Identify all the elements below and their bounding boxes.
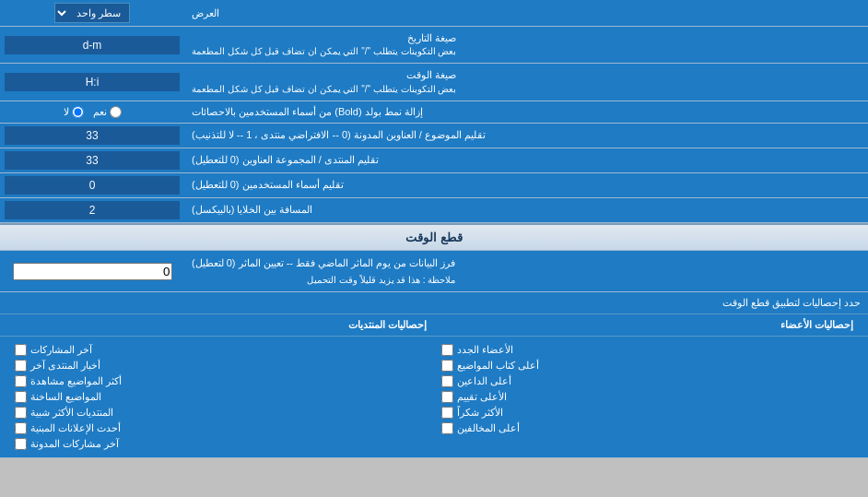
cb-new-members: الأعضاء الجدد <box>441 342 853 358</box>
date-format-label: صيغة التاريخ بعض التكوينات يتطلب "/" الت… <box>184 27 868 63</box>
cut-time-label: فرز البيانات من يوم الماثر الماضي فقط --… <box>184 251 868 292</box>
cb-last-posts-input[interactable] <box>15 344 27 356</box>
cb-latest-ads: أحدث الإعلانات المبنية <box>15 420 427 436</box>
display-select[interactable]: سطر واحد سطرين ثلاثة أسطر <box>54 3 130 23</box>
display-label: العرض <box>184 0 868 26</box>
cb-hot-topics-input[interactable] <box>15 391 27 403</box>
limit-label: حدد إحصاليات لتطبيق قطع الوقت <box>7 297 861 309</box>
checkbox-col-forums: آخر المشاركات أخبار المنتدى آخر أكثر الم… <box>7 340 434 454</box>
col1-header: إحصاليات المنتديات <box>7 317 434 333</box>
cb-forum-news: أخبار المنتدى آخر <box>15 358 427 373</box>
forum-address-label: تقليم المنتدى / المجموعة العناوين (0 للت… <box>184 148 868 172</box>
time-format-input[interactable]: H:i <box>5 73 180 91</box>
display-select-container: سطر واحد سطرين ثلاثة أسطر <box>0 0 184 26</box>
bold-options: نعم لا <box>0 101 184 123</box>
cb-new-members-input[interactable] <box>441 344 453 356</box>
checkbox-area: الأعضاء الجدد أعلى كتاب المواضيع أعلى ال… <box>0 337 868 457</box>
date-format-input-container: d-m <box>0 27 184 63</box>
cut-time-input[interactable]: 0 <box>13 263 172 280</box>
cb-most-thanks: الأكثر شكراً <box>441 405 853 420</box>
time-format-label: صيغة الوقت بعض التكوينات يتطلب "/" التي … <box>184 64 868 100</box>
cb-hot-topics: المواضيع الساخنة <box>15 389 427 405</box>
cb-blog-posts-input[interactable] <box>15 438 27 450</box>
cb-most-viewed: أكثر المواضيع مشاهدة <box>15 373 427 389</box>
cell-spacing-input-container: 2 <box>0 198 184 222</box>
cb-top-writers-input[interactable] <box>441 360 453 372</box>
forum-topic-input-container: 33 <box>0 124 184 148</box>
cb-top-inviters-input[interactable] <box>441 375 453 387</box>
username-trim-input-container: 0 <box>0 173 184 197</box>
cb-top-violators-input[interactable] <box>441 422 453 434</box>
time-format-input-container: H:i <box>0 64 184 100</box>
cell-spacing-label: المسافة بين الخلايا (بالبيكسل) <box>184 198 868 222</box>
cb-similar-forums: المنتديات الأكثر شبية <box>15 405 427 420</box>
cb-top-inviters: أعلى الداعين <box>441 373 853 389</box>
bold-yes-radio[interactable] <box>110 106 122 118</box>
cut-time-section-header: قطع الوقت <box>0 223 868 251</box>
forum-address-input[interactable]: 33 <box>5 151 180 170</box>
date-format-input[interactable]: d-m <box>5 36 180 54</box>
cb-most-thanks-input[interactable] <box>441 407 453 419</box>
cb-most-viewed-input[interactable] <box>15 375 27 387</box>
bold-yes-label: نعم <box>93 106 107 118</box>
cb-top-violators: أعلى المخالفين <box>441 420 853 436</box>
forum-address-input-container: 33 <box>0 148 184 172</box>
username-trim-input[interactable]: 0 <box>5 176 180 195</box>
cb-similar-forums-input[interactable] <box>15 407 27 419</box>
col2-header: إحصاليات الأعضاء <box>434 317 861 333</box>
cb-forum-news-input[interactable] <box>15 360 27 372</box>
username-trim-label: تقليم أسماء المستخدمين (0 للتعطيل) <box>184 173 868 197</box>
cb-top-rated: الأعلى تقييم <box>441 389 853 405</box>
cb-top-rated-input[interactable] <box>441 391 453 403</box>
checkbox-col-members: الأعضاء الجدد أعلى كتاب المواضيع أعلى ال… <box>434 340 861 454</box>
cut-time-input-container: 0 <box>0 251 184 292</box>
forum-topic-input[interactable]: 33 <box>5 126 180 145</box>
bold-no-radio[interactable] <box>72 106 84 118</box>
forum-topic-label: تقليم الموضوع / العناوين المدونة (0 -- ا… <box>184 124 868 148</box>
cell-spacing-input[interactable]: 2 <box>5 201 180 219</box>
cb-last-posts: آخر المشاركات <box>15 342 427 358</box>
cb-latest-ads-input[interactable] <box>15 422 27 434</box>
bold-label: إزالة نمط بولد (Bold) من أسماء المستخدمي… <box>184 101 868 123</box>
cb-blog-posts: آخر مشاركات المدونة <box>15 436 427 452</box>
bold-no-label: لا <box>64 106 69 118</box>
cb-top-writers: أعلى كتاب المواضيع <box>441 358 853 373</box>
